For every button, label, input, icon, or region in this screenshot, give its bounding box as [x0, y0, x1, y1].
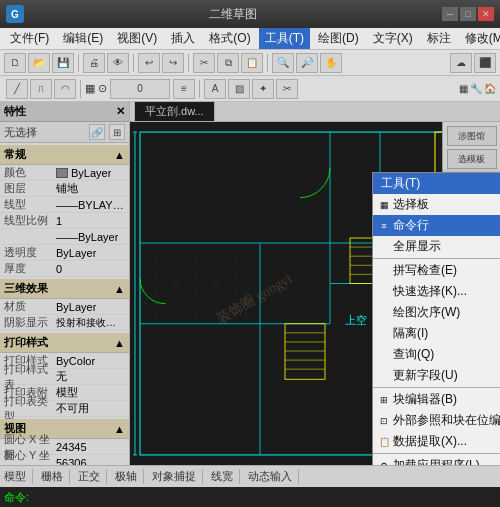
canvas-section: 平立剖.dw...	[130, 102, 500, 465]
prop-shadow-value: 投射和接收阴影	[56, 316, 125, 330]
prop-linescale: 线型比例 1	[0, 213, 129, 229]
tb-polyline[interactable]: ⎍	[30, 79, 52, 99]
status-model[interactable]: 模型	[4, 469, 33, 484]
tb-trim[interactable]: ✂	[276, 79, 298, 99]
tb-print[interactable]: 🖨	[83, 53, 105, 73]
sel-btn-2[interactable]: ⊞	[109, 124, 125, 140]
menu-insert[interactable]: 插入	[165, 28, 201, 49]
dm-sep-2	[373, 387, 500, 388]
prop-transparency-value: ByLayer	[56, 247, 96, 259]
tb-preview[interactable]: 👁	[107, 53, 129, 73]
status-dynin[interactable]: 动态输入	[248, 469, 299, 484]
tb-line[interactable]: ╱	[6, 79, 28, 99]
maximize-button[interactable]: □	[460, 7, 476, 21]
prop-layer-value: 铺地	[56, 181, 78, 196]
section-view-arrow[interactable]: ▲	[114, 423, 125, 435]
close-button[interactable]: ✕	[478, 7, 494, 21]
tb-undo[interactable]: ↩	[138, 53, 160, 73]
prop-cy-label: 圆心 Y 坐标	[4, 448, 56, 466]
tb-move[interactable]: ✦	[252, 79, 274, 99]
dm-load-app[interactable]: ⚙ 加载应用程序(L)...	[373, 455, 500, 465]
prop-transparency: 透明度 ByLayer	[0, 245, 129, 261]
properties-title: 特性	[4, 104, 26, 119]
dm-isolate[interactable]: 隔离(I) ▶	[373, 323, 500, 344]
dm-xref-edit[interactable]: ⊡ 外部参照和块在位编辑	[373, 410, 500, 431]
prop-print-type-value: 不可用	[56, 401, 89, 416]
dm-spell-check[interactable]: 拼写检查(E)	[373, 260, 500, 281]
tb-3d[interactable]: ⬛	[474, 53, 496, 73]
dm-query-label: 查询(Q)	[393, 346, 434, 363]
tb-hatch[interactable]: ▨	[228, 79, 250, 99]
status-snap[interactable]: 对象捕捉	[152, 469, 203, 484]
section-print: 打印样式 ▲	[0, 333, 129, 353]
tab-strip: 平立剖.dw...	[130, 102, 500, 122]
tb-sep-5	[80, 80, 81, 98]
status-grid-label: 栅格	[41, 469, 63, 484]
status-polar[interactable]: 极轴	[115, 469, 144, 484]
prop-print-style-value: ByColor	[56, 355, 95, 367]
dm-quick-select[interactable]: 快速选择(K)...	[373, 281, 500, 302]
prop-transparency-label: 透明度	[4, 245, 56, 260]
menu-edit[interactable]: 编辑(E)	[57, 28, 109, 49]
color-swatch	[56, 168, 68, 178]
rs-btn-template[interactable]: 选模板	[447, 149, 497, 169]
tb-zoom-out[interactable]: 🔎	[296, 53, 318, 73]
tb-redo[interactable]: ↪	[162, 53, 184, 73]
title-bar-title: 二维草图	[28, 6, 438, 23]
menu-format[interactable]: 格式(O)	[203, 28, 256, 49]
prop-shadow-label: 阴影显示	[4, 315, 56, 330]
tab-drawing[interactable]: 平立剖.dw...	[134, 101, 215, 121]
minimize-button[interactable]: ─	[442, 7, 458, 21]
tb-layer-mgr[interactable]: ≡	[173, 79, 195, 99]
tb-cut[interactable]: ✂	[193, 53, 215, 73]
tb-cloud[interactable]: ☁	[450, 53, 472, 73]
properties-toggle[interactable]: ✕	[116, 105, 125, 118]
dm-command-line[interactable]: ≡ 命令行 CTRL+9	[373, 215, 500, 236]
status-lineweight[interactable]: 线宽	[211, 469, 240, 484]
menu-modify[interactable]: 修改(M)	[459, 28, 500, 49]
dm-select-plate[interactable]: ▦ 选择板 ▶	[373, 194, 500, 215]
menu-draw[interactable]: 绘图(D)	[312, 28, 365, 49]
right-tb-icon3: 🏠	[484, 83, 496, 94]
menu-tools[interactable]: 工具(T)	[259, 28, 310, 49]
tb-arc[interactable]: ◠	[54, 79, 76, 99]
command-bar[interactable]: 命令:	[0, 487, 500, 507]
tb-save[interactable]: 💾	[52, 53, 74, 73]
dm-update-field[interactable]: 更新字段(U)	[373, 365, 500, 386]
status-grid[interactable]: 栅格	[41, 469, 70, 484]
menu-text[interactable]: 文字(X)	[367, 28, 419, 49]
tb-open[interactable]: 📂	[28, 53, 50, 73]
tb-sep-6	[199, 80, 200, 98]
menu-file[interactable]: 文件(F)	[4, 28, 55, 49]
dm-data-extract[interactable]: 📋 数据提取(X)...	[373, 431, 500, 452]
tb-layer-select[interactable]: 0	[110, 79, 170, 99]
section-3d-arrow[interactable]: ▲	[114, 283, 125, 295]
command-prompt: 命令:	[4, 490, 29, 505]
menu-dim[interactable]: 标注	[421, 28, 457, 49]
section-print-arrow[interactable]: ▲	[114, 337, 125, 349]
canvas-area[interactable]: 次卧 15.32 上5 12.75m 上空 16900 上18 主卧	[130, 122, 500, 465]
tb-new[interactable]: 🗋	[4, 53, 26, 73]
status-ortho[interactable]: 正交	[78, 469, 107, 484]
dm-block-editor[interactable]: ⊞ 块编辑器(B)	[373, 389, 500, 410]
prop-cy: 圆心 Y 坐标 56306	[0, 455, 129, 465]
tb-pan[interactable]: ✋	[320, 53, 342, 73]
svg-text:16900: 16900	[130, 341, 132, 364]
dm-draw-order[interactable]: 绘图次序(W) ▶	[373, 302, 500, 323]
section-common-arrow[interactable]: ▲	[114, 149, 125, 161]
tb-paste[interactable]: 📋	[241, 53, 263, 73]
tb-zoom-in[interactable]: 🔍	[272, 53, 294, 73]
status-model-label: 模型	[4, 469, 26, 484]
section-3d-label: 三维效果	[4, 281, 48, 296]
rs-btn-gallery[interactable]: 涉图馆	[447, 126, 497, 146]
prop-thickness: 厚度 0	[0, 261, 129, 277]
tb-copy[interactable]: ⧉	[217, 53, 239, 73]
sel-btn-1[interactable]: 🔗	[89, 124, 105, 140]
menu-view[interactable]: 视图(V)	[111, 28, 163, 49]
dm-fullscreen[interactable]: 全屏显示 CTRL+0	[373, 236, 500, 257]
dm-data-extract-label: 数据提取(X)...	[393, 433, 467, 450]
prop-color-value: ByLayer	[56, 167, 111, 179]
tb-annotate[interactable]: A	[204, 79, 226, 99]
dm-command-line-icon: ≡	[377, 219, 391, 233]
dm-query[interactable]: 查询(Q) ▶	[373, 344, 500, 365]
